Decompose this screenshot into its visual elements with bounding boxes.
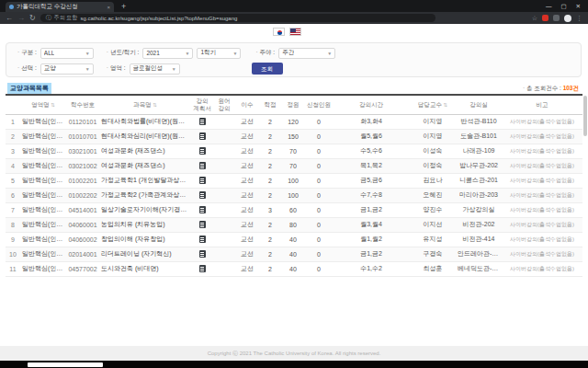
juya-select[interactable]: 주간 ▼ [278,48,335,59]
cell-name: 일상기술로자기이해(자기경영)(실시간화상강의) [99,202,191,217]
syllabus-icon[interactable] [199,236,206,243]
page-scrollbar[interactable] [583,96,587,136]
table-row[interactable]: 1일반핵심(인성)01120101현대사회와법률(비대면)(원격수업)교선212… [6,114,582,129]
cell-credit: 2 [259,114,281,129]
bookmark-star-icon[interactable]: ☆ [532,15,537,22]
cell-applied: 0 [305,129,333,144]
address-bar[interactable]: ⓘ 주의 요함 sg.catholic.ac.kr/sugang/jsp/sub… [40,14,435,22]
site-favicon-icon [9,5,14,9]
extension-red-icon[interactable] [542,15,548,21]
cell-foreign [213,144,235,158]
cell-code: 01002202 [66,188,99,202]
bullet-icon: · [255,49,257,55]
syllabus-icon[interactable] [199,118,206,125]
new-tab-button[interactable]: + [121,2,126,12]
cell-name: 가정교육학1 (개인발달과상담)(이러닝) [99,173,191,188]
forward-icon[interactable]: → [17,12,25,24]
syllabus-icon[interactable] [199,147,206,155]
syllabus-icon[interactable] [199,177,206,184]
table-row[interactable]: 5일반핵심(인성)01002201가정교육학1 (개인발달과상담)(이러닝)교선… [6,173,582,188]
extension-puzzle-icon[interactable] [553,15,560,21]
cell-foreign [213,247,235,261]
reload-icon[interactable]: ↻ [29,12,36,24]
korean-flag-icon[interactable] [273,28,285,36]
cell-area: 일반핵심(인성) [20,158,66,173]
bullet-icon: · [107,64,108,71]
cell-prof: 오혜진 [410,188,456,202]
filter-label-year-term: ·년도/학기 : [107,49,140,57]
table-row[interactable]: 7일반핵심(인성)04514001일상기술로자기이해(자기경영)(실시간화상강의… [6,202,582,217]
cell-code: 01120101 [66,114,99,129]
syllabus-icon[interactable] [199,206,206,213]
cell-syllabus [191,247,213,261]
close-icon[interactable]: ✕ [576,3,581,10]
cell-prof: 이정숙 [410,158,456,173]
profile-avatar[interactable] [564,15,571,22]
cell-prof: 양진수 [410,202,456,217]
column-header[interactable]: 과목명 ⇅ [99,95,191,114]
table-row[interactable]: 10일반핵심(인성)02014001리더트레이닝 (자기혁신)교선2400금1,… [6,247,582,261]
category-select[interactable]: 교양 ▼ [40,63,94,75]
column-header[interactable]: 영역명 ⇅ [20,95,66,114]
cell-area: 일반핵심(인성) [20,232,66,247]
cell-category: 교선 [235,129,259,144]
table-row[interactable]: 11일반핵심(인성)04577002도시와건축 (비대면)교선2400수1,수2… [6,261,582,276]
column-header: 학수번호 [66,95,99,114]
back-icon[interactable]: ← [6,12,13,24]
year-select[interactable]: 2021 ▼ [142,48,193,59]
area-select[interactable]: 글로컬인성 ▼ [130,63,180,75]
syllabus-icon[interactable] [199,221,206,228]
gubun-select[interactable]: ALL ▼ [40,48,94,59]
cell-prof: 이지선 [410,217,456,232]
bottom-bar-highlight [28,362,103,367]
cell-time: 수5,수6 [333,144,410,158]
table-row[interactable]: 9일반핵심(인성)04060002창업의이해 (자유창업)교선2400월1,월2… [6,232,582,247]
table-row[interactable]: 4일반핵심(인성)03021002여성과문화 (재즈댄스)교선2700목1,목2… [6,158,582,173]
cell-time: 월1,월2 [333,232,410,247]
cell-applied: 0 [305,232,333,247]
column-header[interactable]: 담당교수 ⇅ [410,95,456,114]
search-button[interactable]: 조회 [252,63,283,75]
sort-icon[interactable]: ⇅ [442,102,447,108]
browser-tab[interactable]: 가톨릭대학교 수강신청 × [6,2,114,12]
cell-area: 일반핵심(인성) [20,188,66,202]
cell-note: 사이버강의(출석수업없음) [502,202,582,217]
cell-time: 월5,월6 [333,129,410,144]
table-row[interactable]: 3일반핵심(인성)03021001여성과문화 (재즈댄스)교선2700수5,수6… [6,144,582,158]
cell-prof: 이지영 [410,129,456,144]
sort-icon[interactable]: ⇅ [152,102,157,108]
cell-syllabus [191,261,213,276]
course-table-body: 1일반핵심(인성)01120101현대사회와법률(비대면)(원격수업)교선212… [6,114,582,276]
list-title: 교양과목목록 [7,83,51,94]
sort-icon[interactable]: ⇅ [50,102,55,108]
cell-name: 도시와건축 (비대면) [99,261,191,276]
syllabus-icon[interactable] [199,250,206,258]
cell-category: 교선 [235,144,259,158]
menu-dots-icon[interactable]: ⋮ [576,15,582,22]
cell-syllabus [191,129,213,144]
cell-no: 5 [6,173,20,188]
syllabus-icon[interactable] [199,265,206,272]
cell-credit: 2 [259,158,281,173]
syllabus-icon[interactable] [199,191,206,199]
term-select[interactable]: 1학기 ▼ [197,48,241,59]
tab-close-icon[interactable]: × [107,5,110,10]
maximize-icon[interactable]: ▢ [560,3,566,10]
cell-category: 교선 [235,202,259,217]
browser-toolbar: ← → ↻ ⓘ 주의 요함 sg.catholic.ac.kr/sugang/j… [0,12,588,24]
area-value: 글로컬인성 [133,64,164,73]
cell-area: 일반핵심(인성) [20,129,66,144]
info-icon[interactable]: ⓘ [46,14,51,22]
cell-applied: 0 [305,202,333,217]
minimize-icon[interactable]: — [546,3,552,10]
table-row[interactable]: 2일반핵심(인성)01010701현대사회와심리(비대면)(원격수업)교선215… [6,129,582,144]
english-flag-icon[interactable] [289,28,301,36]
table-row[interactable]: 8일반핵심(인성)04060001농업의치유 (치유농업)교선2800월3,월4… [6,217,582,232]
syllabus-icon[interactable] [199,162,206,169]
table-row[interactable]: 6일반핵심(인성)01002202가정교육학2 (가족관계와상담)(이러닝)교선… [6,188,582,202]
header-row: 영역명 ⇅학수번호과목명 ⇅강의 계획서원어 강의이수학점정원신청인원강의시간담… [6,95,582,114]
cell-note: 사이버강의(출석수업없음) [502,158,582,173]
cell-name: 현대사회와심리(비대면)(원격수업) [99,129,191,144]
cell-credit: 2 [259,188,281,202]
syllabus-icon[interactable] [199,132,206,140]
